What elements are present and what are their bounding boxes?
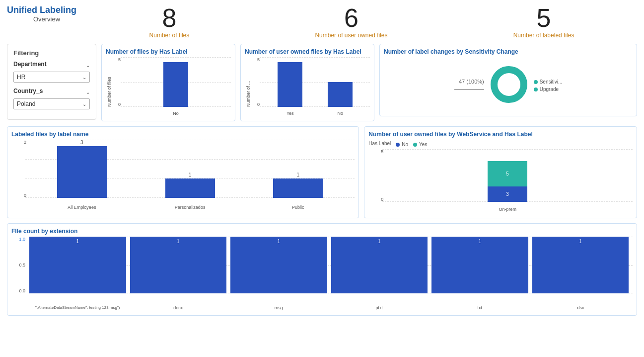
chart6-title: FIle count by extension [11, 228, 633, 235]
chart6-bar-ptxt: 1 [331, 237, 428, 293]
donut-pct-label: 47 (100%) [454, 79, 484, 90]
chart2-y-label: Number of ... [246, 57, 251, 107]
chart6-xlabel-xlsx: xlsx [532, 305, 629, 310]
chart4-xlabel-allemployees: All Employees [35, 205, 129, 210]
svg-point-1 [501, 77, 516, 92]
chart5-legend-no: No [396, 142, 408, 147]
chart1-bar-no [163, 57, 188, 107]
country-chevron-icon: ⌄ [82, 101, 86, 107]
legend-no-dot [396, 143, 400, 147]
chart-label-changes: Number of label changes by Sensitivity C… [379, 44, 637, 116]
dept-expand-icon[interactable]: ⌄ [86, 63, 90, 68]
chart5-legend-yes: Yes [413, 142, 427, 147]
kpi-num-user-owned: 6 Number of user owned files [315, 5, 387, 39]
page: Unified Labeling Overview 8 Number of fi… [0, 0, 644, 357]
filter-group-dept: Department ⌄ HR ⌄ [13, 61, 90, 83]
row2: Labeled files by label name 2 0 3 [7, 126, 637, 218]
donut-legend-upgrade: Upgrade [534, 87, 563, 92]
filter-label-country: Country_s [13, 88, 43, 94]
legend-yes-label: Yes [419, 142, 427, 147]
chart1-ytick-5: 5 [114, 57, 121, 62]
donut-chart [489, 65, 529, 104]
chart6-xlabel-docx: docx [130, 305, 227, 310]
chart-file-count-extension: FIle count by extension 1.0 0.5 0.0 1 [7, 223, 637, 316]
legend-yes-dot [413, 143, 417, 147]
chart-userowned-by-webservice: Number of user owned files by WebService… [364, 126, 637, 218]
kpi-number-num-files: 8 [149, 5, 190, 31]
chart4-bar-public: 1 [252, 140, 345, 198]
chart5-xlabel-onprem: On-prem [499, 207, 516, 212]
row1: Filtering Department ⌄ HR ⌄ Country_s ⌄ … [7, 44, 637, 121]
kpi-label-num-files: Number of files [149, 32, 190, 39]
chart3-title: Number of label changes by Sensitivity C… [384, 48, 633, 55]
chart6-xlabel-ptxt: ptxt [331, 305, 428, 310]
country-select[interactable]: Poland ⌄ [13, 98, 90, 109]
chart2-bar-no [328, 57, 353, 107]
chart2-bar-yes [278, 57, 302, 107]
kpi-number-num-user-owned: 6 [315, 5, 387, 31]
country-expand-icon[interactable]: ⌄ [86, 89, 90, 95]
chart6-val-docx: 1 [177, 237, 180, 244]
chart1-title: Number of files by Has Label [106, 48, 231, 55]
legend-no-label: No [402, 142, 408, 147]
chart6-val-msg: 1 [277, 237, 280, 244]
upgrade-label: Upgrade [540, 87, 559, 92]
chart5-legend-label: Has Label [368, 141, 391, 146]
chart6-bar-xlsx: 1 [532, 237, 629, 293]
chart6-ytick-0: 0.0 [11, 288, 27, 293]
chart4-title: Labeled files by label name [11, 131, 355, 138]
dept-chevron-icon: ⌄ [82, 75, 86, 80]
donut-value: 47 (100%) [454, 79, 484, 85]
chart4-xlabel-public: Public [252, 205, 345, 210]
chart6-ytick-1: 1.0 [11, 237, 27, 242]
chart2-ytick-0: 0 [253, 102, 260, 107]
chart6-bar-msg: 1 [230, 237, 327, 293]
chart1-ytick-0: 0 [114, 102, 121, 107]
sensitivi-label: Sensitivi... [540, 79, 563, 85]
chart4-val-1b: 1 [297, 172, 300, 178]
chart6-xlabel-txt: txt [431, 305, 528, 310]
chart5-teal-val: 5 [506, 169, 509, 178]
dept-select[interactable]: HR ⌄ [13, 72, 90, 83]
app-subtitle: Overview [7, 15, 86, 23]
chart5-blue-val: 3 [506, 189, 509, 199]
kpi-label-num-labeled: Number of labeled files [513, 32, 574, 39]
chart1-xlabel-no: No [173, 111, 179, 116]
kpi-area: 8 Number of files 6 Number of user owned… [86, 5, 637, 39]
chart2-title: Number of user owned files by Has Label [245, 48, 370, 55]
kpi-num-labeled: 5 Number of labeled files [513, 5, 574, 39]
chart6-val-xlsx: 1 [579, 237, 582, 244]
chart2-ytick-5: 5 [253, 57, 260, 62]
chart-labeled-by-name: Labeled files by label name 2 0 3 [7, 126, 359, 218]
filter-title: Filtering [13, 49, 90, 57]
donut-wrap: 47 (100%) Sensitivi... Upgra [384, 57, 633, 112]
donut-legend-sensitivi: Sensitivi... [534, 79, 563, 85]
chart4-val-3: 3 [80, 140, 83, 145]
chart6-xlabel-msg: msg [230, 305, 327, 310]
header: Unified Labeling Overview 8 Number of fi… [7, 5, 637, 39]
chart4-val-1a: 1 [189, 172, 192, 178]
dept-value: HR [17, 74, 25, 81]
chart6-ytick-05: 0.5 [11, 263, 27, 268]
chart-files-by-label: Number of files by Has Label Number of f… [101, 44, 235, 121]
chart6-bar-docx: 1 [130, 237, 227, 293]
filter-panel: Filtering Department ⌄ HR ⌄ Country_s ⌄ … [7, 44, 96, 120]
kpi-number-num-labeled: 5 [513, 5, 574, 31]
chart4-bar-personalizados: 1 [143, 140, 237, 198]
chart6-val-txt: 1 [478, 237, 481, 244]
filter-label-dept: Department [13, 61, 47, 68]
chart1-y-label: Number of files [107, 57, 112, 107]
chart5-stacked-bar-onprem: 5 3 [488, 149, 527, 202]
sensitivi-dot [534, 80, 538, 84]
app-title-main: Unified Labeling [7, 5, 86, 15]
country-value: Poland [17, 100, 35, 107]
upgrade-dot [534, 88, 538, 91]
chart5-title: Number of user owned files by WebService… [368, 131, 633, 138]
kpi-num-files: 8 Number of files [149, 5, 190, 39]
donut-legend: Sensitivi... Upgrade [534, 77, 563, 92]
chart2-xlabel-no: No [338, 111, 344, 116]
chart4-xlabel-personalizados: Personalizados [143, 205, 237, 210]
kpi-label-num-user-owned: Number of user owned files [315, 32, 387, 39]
chart4-bar-allemployees: 3 [35, 140, 129, 198]
chart6-xlabel-altds: ",AlternateDataStreamName": testing 123.… [29, 305, 126, 310]
